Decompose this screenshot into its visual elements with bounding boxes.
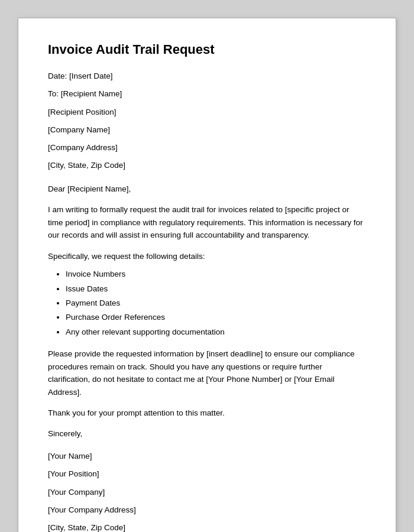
list-item: Invoice Numbers	[66, 267, 366, 281]
list-item: Payment Dates	[66, 296, 366, 310]
your-company: [Your Company]	[48, 486, 366, 498]
salutation: Dear [Recipient Name],	[48, 183, 366, 196]
document-container: Invoice Audit Trail Request Date: [Inser…	[18, 18, 396, 532]
paragraph-2: Please provide the requested information…	[48, 348, 366, 398]
your-name: [Your Name]	[48, 450, 366, 462]
paragraph-3: Thank you for your prompt attention to t…	[48, 407, 366, 420]
request-list: Invoice Numbers Issue Dates Payment Date…	[66, 267, 366, 339]
list-item: Issue Dates	[66, 282, 366, 296]
document-title: Invoice Audit Trail Request	[48, 42, 366, 57]
date-field: Date: [Insert Date]	[48, 70, 366, 82]
list-item: Any other relevant supporting documentat…	[66, 325, 366, 339]
list-item: Purchase Order References	[66, 310, 366, 325]
your-position: [Your Position]	[48, 468, 366, 480]
closing: Sincerely,	[48, 428, 366, 440]
recipient-position: [Recipient Position]	[48, 106, 366, 118]
to-field: To: [Recipient Name]	[48, 88, 366, 100]
company-address: [Company Address]	[48, 142, 366, 154]
company-name: [Company Name]	[48, 124, 366, 136]
your-city-state-zip: [City, State, Zip Code]	[48, 522, 366, 532]
list-intro: Specifically, we request the following d…	[48, 250, 366, 263]
city-state-zip: [City, State, Zip Code]	[48, 160, 366, 171]
paragraph-1: I am writing to formally request the aud…	[48, 203, 366, 242]
your-company-address: [Your Company Address]	[48, 504, 366, 516]
